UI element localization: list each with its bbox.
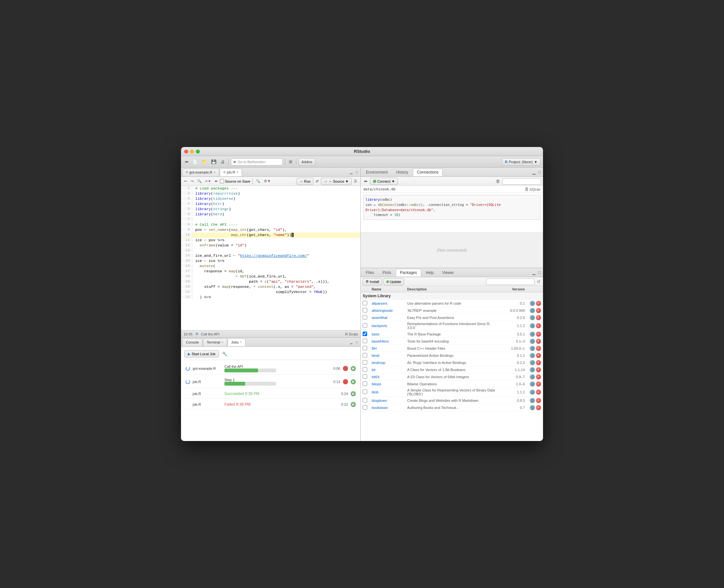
env-maximize-btn[interactable]: □ (537, 169, 542, 175)
tab-plots[interactable]: Plots (379, 269, 395, 276)
pkg-del-btn-assertthat[interactable]: × (536, 315, 541, 320)
pkg-check-blob[interactable] (363, 390, 372, 395)
tab-got-example-close[interactable]: × (214, 171, 216, 174)
code-btn[interactable]: ⚙▼ (262, 178, 272, 185)
start-job-button[interactable]: ▶ Start Local Job (184, 350, 219, 357)
pkg-web-btn-blogdown[interactable]: 🌐 (530, 398, 535, 403)
pkg-check-bitops[interactable] (363, 381, 372, 386)
pkg-del-btn-bookdown[interactable]: × (536, 405, 541, 410)
pkg-check-bindrcpp[interactable] (363, 360, 372, 365)
pkg-link-base64enc[interactable]: base64enc (372, 339, 389, 343)
pkg-del-btn-altparsers[interactable]: × (536, 301, 541, 306)
install-button[interactable]: ⚙ Install (363, 278, 382, 285)
minimize-button[interactable] (190, 150, 194, 153)
source-btn[interactable]: → → Source ▼ (321, 178, 352, 185)
re-run-btn[interactable]: ⇄ (314, 178, 320, 185)
project-button[interactable]: R Project: (None) ▼ (502, 158, 540, 166)
pkg-link-bookdown[interactable]: bookdown (372, 406, 388, 410)
pkg-del-btn-base[interactable]: × (536, 332, 541, 337)
pkg-web-btn-altparsers[interactable]: 🌐 (530, 301, 535, 306)
minimize-panel-btn[interactable]: ▁ (349, 168, 354, 176)
bottom-minimize-btn[interactable]: ▁ (349, 338, 354, 346)
maximize-panel-btn[interactable]: □ (355, 168, 359, 176)
job-stop-btn-2[interactable] (343, 379, 348, 384)
pkg-check-altstringisode[interactable] (363, 308, 372, 313)
checkbox-bookdown[interactable] (363, 405, 367, 410)
maximize-button[interactable] (196, 150, 200, 153)
checkbox-bitops[interactable] (363, 381, 367, 386)
checkbox-blogdown[interactable] (363, 398, 367, 402)
files-minimize-btn[interactable]: ▁ (531, 270, 536, 275)
back-button[interactable]: ⬅ (184, 158, 190, 166)
back-conn-btn[interactable]: ⬅ (363, 177, 369, 185)
checkbox-assertthat[interactable] (363, 315, 367, 320)
tab-got-example[interactable]: R got-example.R × (182, 168, 219, 176)
pkg-check-bh[interactable] (363, 346, 372, 351)
pkg-check-base64enc[interactable] (363, 339, 372, 344)
checkbox-bindr[interactable] (363, 353, 367, 357)
tab-history[interactable]: History (392, 168, 412, 176)
checkbox-base[interactable] (363, 332, 367, 336)
pkg-del-btn-blob[interactable]: × (536, 390, 541, 395)
pkg-link-assertthat[interactable]: assertthat (372, 316, 387, 320)
pkg-link-blogdown[interactable]: blogdown (372, 399, 387, 402)
tab-help[interactable]: Help (422, 269, 438, 276)
pkg-link-bh[interactable]: BH (372, 346, 377, 350)
go-to-file-button[interactable]: ▶ Go to file/function (231, 158, 283, 165)
pkg-web-btn-base[interactable]: 🌐 (530, 332, 535, 337)
pkg-link-backports[interactable]: backports (372, 324, 387, 328)
pkg-link-bit[interactable]: bit (372, 368, 376, 372)
tab-terminal[interactable]: Terminal × (203, 338, 227, 346)
pkg-check-bindr[interactable] (363, 353, 372, 358)
checkbox-blob[interactable] (363, 390, 367, 394)
run-btn[interactable]: → Run (297, 178, 314, 185)
pkg-link-altstringisode[interactable]: altstringisode (372, 309, 393, 312)
job-expand-btn-2[interactable]: ▶ (351, 379, 356, 384)
pkg-check-bookdown[interactable] (363, 405, 372, 410)
grid-button[interactable]: ⊞ (288, 158, 294, 166)
pkg-link-altparsers[interactable]: altparsers (372, 301, 387, 305)
tab-viewer[interactable]: Viewer (438, 269, 457, 276)
tab-files[interactable]: Files (362, 269, 378, 276)
open-file-button[interactable]: 📁 (200, 158, 209, 166)
tab-jobs[interactable]: Jobs × (228, 338, 246, 346)
close-button[interactable] (184, 150, 188, 153)
pkg-web-btn-bindr[interactable]: 🌐 (530, 353, 535, 358)
checkbox-bit[interactable] (363, 367, 367, 372)
checkbox-bh[interactable] (363, 346, 367, 350)
pkg-del-btn-bindr[interactable]: × (536, 353, 541, 358)
checkbox-backports[interactable] (363, 323, 367, 328)
pkg-web-btn-bit[interactable]: 🌐 (530, 367, 535, 372)
pkg-web-btn-assertthat[interactable]: 🌐 (530, 315, 535, 320)
pkg-check-blogdown[interactable] (363, 398, 372, 403)
files-maximize-btn[interactable]: □ (537, 270, 542, 275)
tab-jobs-close[interactable]: × (240, 340, 242, 344)
pkg-web-btn-base64enc[interactable]: 🌐 (530, 339, 535, 344)
checkbox-base64enc[interactable] (363, 339, 367, 343)
tools-btn[interactable]: 🔧 (221, 350, 229, 358)
redo-btn[interactable]: ↪ (189, 178, 195, 185)
job-expand-btn-4[interactable]: ▶ (351, 402, 356, 407)
pkg-link-blob[interactable]: blob (372, 390, 379, 394)
print-button[interactable]: 🖨 (219, 158, 226, 166)
conn-search-input[interactable] (502, 178, 541, 185)
source-on-save-label[interactable]: Source on Save (220, 179, 250, 183)
pkg-del-btn-backports[interactable]: × (536, 323, 541, 328)
pkg-check-bit[interactable] (363, 367, 372, 372)
source-on-save-checkbox[interactable] (220, 179, 224, 183)
pkg-check-altparsers[interactable] (363, 301, 372, 306)
pkg-link-bindrcpp[interactable]: bindrcpp (372, 361, 385, 364)
env-minimize-btn[interactable]: ▁ (531, 169, 536, 175)
pkg-del-btn-bh[interactable]: × (536, 346, 541, 351)
tab-terminal-close[interactable]: × (221, 341, 223, 344)
more-btn[interactable]: ☰ (353, 178, 358, 185)
update-button[interactable]: Update (383, 278, 404, 285)
checkbox-altstringisode[interactable] (363, 308, 367, 312)
save-button[interactable]: 💾 (210, 158, 218, 166)
editor-position[interactable]: Call the API (201, 332, 219, 336)
checkbox-bit64[interactable] (363, 374, 367, 379)
pkg-link-bit64[interactable]: bit64 (372, 375, 380, 379)
pkg-del-btn-bindrcpp[interactable]: × (536, 360, 541, 365)
pkg-web-btn-bitops[interactable]: 🌐 (530, 381, 535, 386)
pkg-del-btn-altstringisode[interactable]: × (536, 308, 541, 313)
